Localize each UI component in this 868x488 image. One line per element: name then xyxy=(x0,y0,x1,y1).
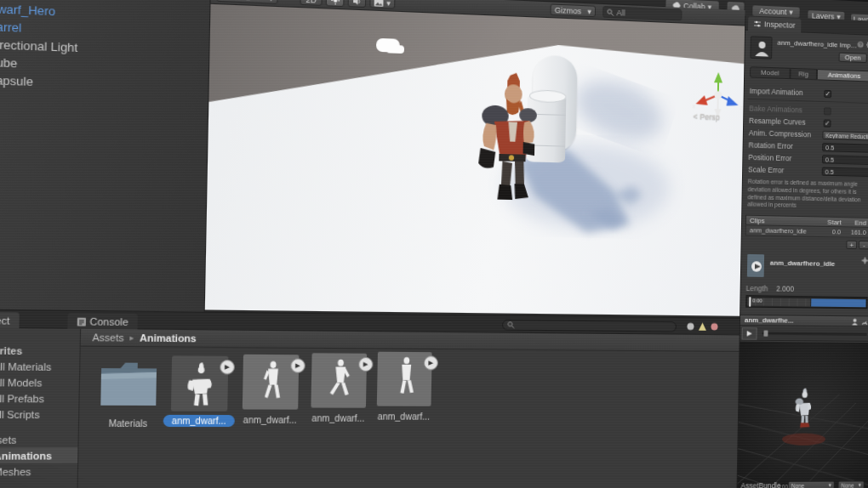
project-tree: Create▾ ★ Favorites All Materials All Mo… xyxy=(0,327,81,488)
play-badge-icon[interactable]: ▶ xyxy=(358,357,373,372)
lighting-toggle[interactable] xyxy=(326,0,345,7)
timeline-cursor[interactable] xyxy=(749,297,751,306)
chevron-down-icon: ▾ xyxy=(789,8,793,16)
preview-grid xyxy=(737,342,868,488)
gear-icon[interactable] xyxy=(861,257,868,264)
asset-anm-dwarf-3[interactable]: ▶ xyxy=(311,353,367,408)
scene-view[interactable]: x z < Persp xyxy=(205,4,745,316)
chevron-down-icon: ▾ xyxy=(587,7,591,16)
play-button[interactable]: ▶ xyxy=(742,327,757,340)
search-icon xyxy=(507,321,514,329)
asset-anm-dwarf-4[interactable]: ▶ xyxy=(377,352,432,406)
asset-anm-dwarf-4-label[interactable]: anm_dwarf... xyxy=(369,411,438,422)
play-badge-icon[interactable]: ▶ xyxy=(424,355,438,370)
chevron-down-icon: ▾ xyxy=(859,481,861,488)
import-animation-checkbox[interactable]: ✓ xyxy=(824,89,831,97)
console-icon xyxy=(77,317,86,326)
shading-mode-dropdown[interactable]: Shaded▾ xyxy=(216,0,278,4)
timeline-start-label: 0:00 xyxy=(752,298,762,303)
hierarchy-panel: ▾ Untitled* ▾≡ Main Camera ▸Dwarf_Hero ▸… xyxy=(0,0,211,312)
preview-header[interactable]: anm_dwarfhe... xyxy=(740,315,868,327)
bake-animations-checkbox[interactable] xyxy=(824,107,831,115)
position-error-field[interactable]: 0.5 xyxy=(822,155,868,165)
breadcrumb-separator-icon: ▸ xyxy=(129,333,134,343)
search-icon xyxy=(607,9,614,16)
breadcrumb-assets[interactable]: Assets xyxy=(92,332,123,343)
tree-favorites[interactable]: ★ Favorites xyxy=(0,342,80,359)
2d-toggle[interactable]: 2D xyxy=(300,0,322,6)
resample-curves-checkbox[interactable]: ✓ xyxy=(824,119,831,127)
import-animation-row: Import Animation ✓ xyxy=(750,86,868,100)
warning-badge-icon[interactable] xyxy=(699,322,706,330)
open-button[interactable]: Open xyxy=(839,53,867,63)
tab-project[interactable]: Project xyxy=(0,312,20,330)
sun-icon xyxy=(331,0,340,5)
unity-editor-window: ▾ Untitled* ▾≡ Main Camera ▸Dwarf_Hero ▸… xyxy=(0,0,868,488)
dwarf-character[interactable] xyxy=(466,69,557,210)
scale-error-row: Scale Error 0.5 xyxy=(748,164,868,178)
play-badge-icon[interactable]: ▶ xyxy=(290,359,306,373)
tab-inspector[interactable]: Inspector xyxy=(748,16,801,32)
clip-row[interactable]: anm_dwarfhero_idle 0.0 161.0 xyxy=(745,225,868,238)
tree-all-prefabs[interactable]: All Prefabs xyxy=(0,390,79,406)
breadcrumb-animations[interactable]: Animations xyxy=(140,332,197,344)
play-badge-icon[interactable]: ▶ xyxy=(220,360,235,374)
tree-animations[interactable]: ▸ Animations xyxy=(0,447,77,463)
asset-anm-dwarf-3-label[interactable]: anm_dwarf... xyxy=(303,413,373,423)
assetbundle-variant-dropdown[interactable]: None▾ xyxy=(838,480,865,488)
tab-console[interactable]: Console xyxy=(67,313,138,331)
tree-all-scripts[interactable]: All Scripts xyxy=(0,406,78,423)
clip-add-remove: + - xyxy=(846,241,868,250)
preview-scrub-slider[interactable] xyxy=(762,332,866,336)
console-status-icons xyxy=(687,322,718,331)
tilted-screen: ▾ Untitled* ▾≡ Main Camera ▸Dwarf_Hero ▸… xyxy=(0,0,868,488)
tab-animations[interactable]: Animations xyxy=(817,69,868,82)
svg-text:?: ? xyxy=(859,42,863,48)
project-panel: Create▾ ★ Favorites All Materials All Mo… xyxy=(0,327,740,488)
rotation-error-field[interactable]: 0.5 xyxy=(822,143,868,153)
tab-rig[interactable]: Rig xyxy=(790,68,817,80)
avatar-icon[interactable] xyxy=(852,318,859,325)
effects-dropdown[interactable]: ▾ xyxy=(369,0,395,9)
rotation-error-row: Rotation Error 0.5 xyxy=(748,139,868,153)
error-badge-icon[interactable] xyxy=(711,323,718,331)
length-row: Length 2.000 xyxy=(746,283,868,295)
distant-mesh xyxy=(376,38,400,53)
asset-anm-dwarf-2-label[interactable]: anm_dwarf... xyxy=(235,415,306,425)
chevron-down-icon: ▾ xyxy=(269,0,273,3)
tree-assets[interactable]: ▾ Assets xyxy=(0,432,78,448)
help-icon[interactable]: ? xyxy=(857,41,864,48)
asset-anm-dwarf-1-label[interactable]: anm_dwarf... xyxy=(163,415,235,427)
clip-icon xyxy=(746,253,765,278)
tree-all-materials[interactable]: All Materials xyxy=(0,358,79,375)
tab-model[interactable]: Model xyxy=(750,66,791,79)
tree-meshes[interactable]: ▸ Meshes xyxy=(0,463,77,479)
gizmos-dropdown[interactable]: Gizmos▾ xyxy=(550,3,596,17)
create-dropdown[interactable]: Create▾ xyxy=(0,327,80,343)
asset-anm-dwarf-2[interactable]: ▶ xyxy=(243,355,300,410)
inspector-header-icons: ? xyxy=(857,41,868,48)
audio-toggle[interactable] xyxy=(348,0,367,8)
materials-folder-icon[interactable] xyxy=(99,359,158,407)
capsule-shadow xyxy=(562,60,676,161)
anim-compression-dropdown[interactable]: Keyframe Reduction▾ xyxy=(822,131,868,141)
scale-error-field[interactable]: 0.5 xyxy=(822,167,868,177)
assetbundle-dropdown[interactable]: None▾ xyxy=(788,481,835,488)
timeline-selection[interactable] xyxy=(811,298,866,307)
chevron-down-icon: ▾ xyxy=(829,482,831,488)
add-clip-button[interactable]: + xyxy=(846,241,857,249)
tree-all-models[interactable]: All Models xyxy=(0,374,79,390)
asset-anm-dwarf-1[interactable]: ▶ xyxy=(171,355,229,411)
materials-folder-label[interactable]: Materials xyxy=(92,418,164,428)
speed-icon[interactable] xyxy=(861,318,868,325)
assetbundle-row: AssetBundle None▾ None▾ xyxy=(740,479,865,488)
remove-clip-button[interactable]: - xyxy=(859,241,868,249)
info-badge-icon[interactable] xyxy=(687,322,694,330)
scene-search-input[interactable]: All xyxy=(602,6,682,20)
clip-timeline[interactable]: 0:00 xyxy=(745,295,867,309)
axis-x-label: x xyxy=(692,103,695,111)
scrub-handle[interactable] xyxy=(763,331,768,337)
console-search-input[interactable] xyxy=(502,320,677,332)
preview-viewport[interactable]: 0:00 (00.0%) Frame 0 xyxy=(737,342,868,488)
position-error-row: Position Error 0.5 xyxy=(748,152,868,166)
